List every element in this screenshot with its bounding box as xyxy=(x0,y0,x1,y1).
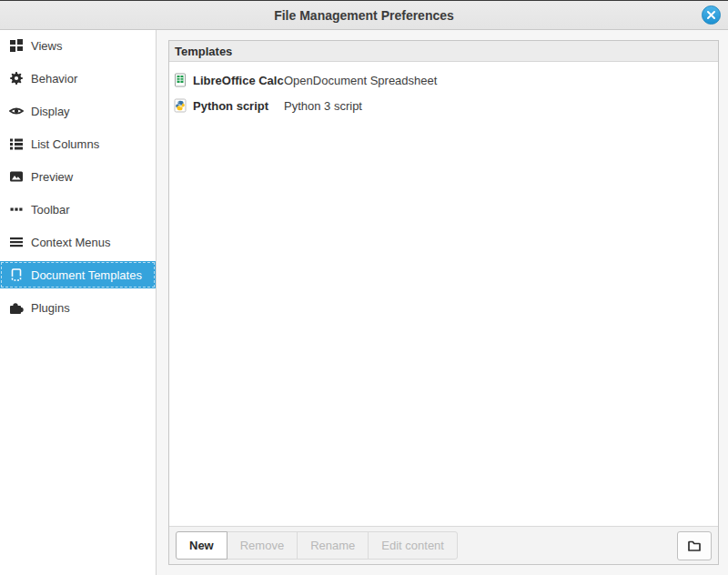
templates-list[interactable]: LibreOffice Calc OpenDocument Spreadshee… xyxy=(169,62,718,526)
templates-list-frame: Templates LibreOffice Calc OpenDocumen xyxy=(168,40,719,565)
close-button[interactable] xyxy=(702,5,721,25)
sidebar-item-display[interactable]: Display xyxy=(0,97,156,125)
grid-views-icon xyxy=(9,38,24,53)
template-row-libreoffice-calc[interactable]: LibreOffice Calc OpenDocument Spreadshee… xyxy=(169,67,718,93)
folder-icon xyxy=(686,539,703,553)
sidebar-item-behavior[interactable]: Behavior xyxy=(0,65,156,92)
edit-content-button[interactable]: Edit content xyxy=(368,531,458,560)
sidebar-item-plugins[interactable]: Plugins xyxy=(0,294,156,321)
libreoffice-calc-icon xyxy=(173,73,187,87)
sidebar-item-label: Behavior xyxy=(31,72,77,86)
image-preview-icon xyxy=(9,169,24,184)
template-name: LibreOffice Calc xyxy=(193,74,284,87)
sidebar-item-preview[interactable]: Preview xyxy=(0,163,156,190)
window-title: File Management Preferences xyxy=(274,8,454,23)
templates-toolbar: New Remove Rename Edit content xyxy=(169,526,718,564)
templates-header-label: Templates xyxy=(175,45,232,58)
sidebar-item-label: Document Templates xyxy=(31,268,142,282)
ellipsis-icon xyxy=(9,202,24,217)
open-templates-folder-button[interactable] xyxy=(677,531,712,560)
sidebar-item-toolbar[interactable]: Toolbar xyxy=(0,196,156,223)
python-icon xyxy=(173,98,187,113)
sidebar-item-label: Plugins xyxy=(31,301,70,315)
sidebar-item-document-templates[interactable]: Document Templates xyxy=(0,261,156,288)
main-area: Templates LibreOffice Calc OpenDocumen xyxy=(157,30,728,575)
sidebar-item-label: Views xyxy=(31,39,62,53)
sidebar-item-label: Toolbar xyxy=(31,203,70,217)
menu-lines-icon xyxy=(9,235,24,249)
sidebar: Views Behavior xyxy=(0,30,157,575)
sidebar-item-label: Context Menus xyxy=(31,236,110,249)
template-row-python-script[interactable]: Python script Python 3 script xyxy=(169,93,718,118)
preferences-window: File Management Preferences Views xyxy=(0,0,728,575)
sidebar-item-list-columns[interactable]: List Columns xyxy=(0,130,156,157)
sidebar-item-context-menus[interactable]: Context Menus xyxy=(0,228,156,256)
eye-icon xyxy=(9,104,24,118)
template-actions-group: New Remove Rename Edit content xyxy=(176,531,458,560)
close-icon xyxy=(706,10,716,20)
sidebar-item-label: List Columns xyxy=(31,137,99,151)
template-name: Python script xyxy=(193,99,284,113)
sidebar-item-label: Display xyxy=(31,105,70,118)
remove-template-button[interactable]: Remove xyxy=(227,531,298,560)
sidebar-item-label: Preview xyxy=(31,170,73,184)
new-template-button[interactable]: New xyxy=(176,531,228,560)
sidebar-item-views[interactable]: Views xyxy=(0,32,156,59)
document-template-icon xyxy=(9,267,24,282)
list-columns-icon xyxy=(9,136,24,151)
rename-template-button[interactable]: Rename xyxy=(297,531,369,560)
dialog-body: Views Behavior xyxy=(0,30,728,575)
titlebar: File Management Preferences xyxy=(0,1,728,30)
template-description: Python 3 script xyxy=(284,99,362,113)
template-description: OpenDocument Spreadsheet xyxy=(284,74,437,87)
templates-column-header[interactable]: Templates xyxy=(169,41,718,62)
gear-icon xyxy=(9,71,24,86)
puzzle-icon xyxy=(9,300,24,315)
